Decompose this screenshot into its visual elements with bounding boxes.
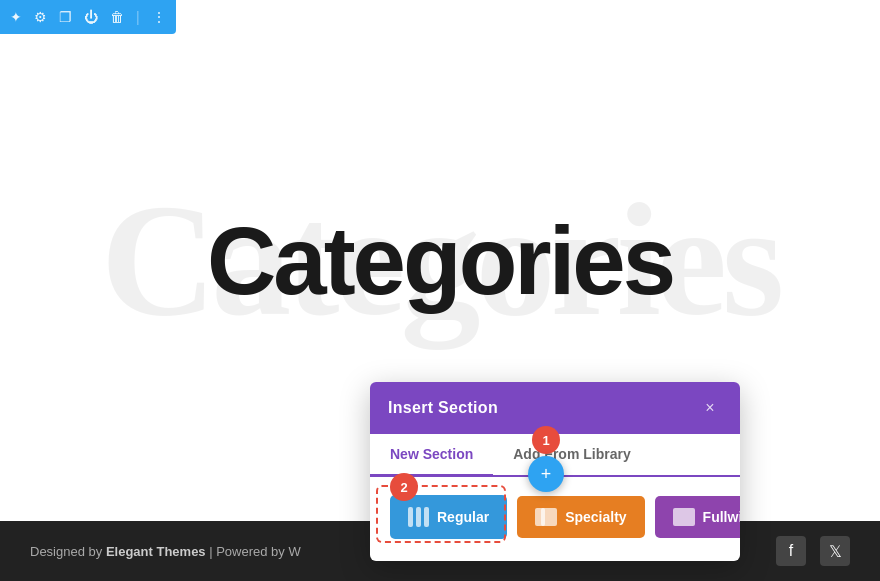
fullwidth-section-button[interactable]: Fullwidth — [655, 496, 740, 538]
page-title: Categories — [207, 213, 673, 309]
duplicate-icon[interactable]: ❐ — [59, 9, 72, 25]
popup-title: Insert Section — [388, 399, 498, 417]
tab-add-from-library[interactable]: Add From Library — [493, 434, 650, 477]
add-section-button[interactable]: + — [528, 456, 564, 492]
regular-label: Regular — [437, 509, 489, 525]
delete-icon[interactable]: 🗑 — [110, 9, 124, 25]
more-icon[interactable]: ⋮ — [152, 9, 166, 25]
step-badge-1: 1 — [532, 426, 560, 454]
regular-section-button[interactable]: Regular — [390, 495, 507, 539]
spec-box-2 — [541, 508, 557, 526]
move-icon[interactable]: ✦ — [10, 9, 22, 25]
power-icon[interactable]: ⏻ — [84, 9, 98, 25]
specialty-label: Specialty — [565, 509, 626, 525]
footer-social-icons: f 𝕏 — [776, 536, 850, 566]
col-bar-1 — [408, 507, 413, 527]
top-toolbar: ✦ ⚙ ❐ ⏻ 🗑 | ⋮ — [0, 0, 176, 34]
col-bar-3 — [424, 507, 429, 527]
step-badge-2: 2 — [390, 473, 418, 501]
fullwidth-label: Fullwidth — [703, 509, 740, 525]
specialty-icon — [535, 508, 557, 526]
col-bar-2 — [416, 507, 421, 527]
settings-icon[interactable]: ⚙ — [34, 9, 47, 25]
twitter-icon[interactable]: 𝕏 — [820, 536, 850, 566]
fullwidth-icon — [673, 508, 695, 526]
footer-credit: Designed by Elegant Themes | Powered by … — [30, 544, 301, 559]
tab-new-section[interactable]: New Section — [370, 434, 493, 477]
regular-icon — [408, 507, 429, 527]
footer-brand: Elegant Themes — [106, 544, 206, 559]
toolbar-separator: | — [136, 9, 140, 25]
facebook-icon[interactable]: f — [776, 536, 806, 566]
popup-close-button[interactable]: × — [698, 396, 722, 420]
popup-body: Regular Specialty Fullwidth — [370, 477, 740, 561]
specialty-section-button[interactable]: Specialty — [517, 496, 644, 538]
